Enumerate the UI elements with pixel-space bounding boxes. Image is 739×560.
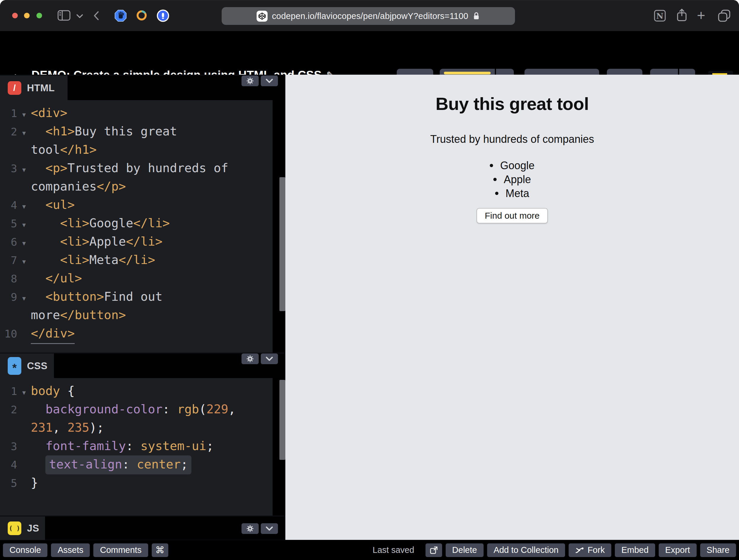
fold-arrow-icon[interactable]: ▾ xyxy=(17,383,31,402)
html-collapse-button[interactable] xyxy=(261,76,278,86)
list-item: Google xyxy=(285,158,739,172)
svg-text:N: N xyxy=(656,12,663,20)
delete-button[interactable]: Delete xyxy=(446,543,483,557)
js-collapse-button[interactable] xyxy=(261,523,278,534)
html-editor-scrollbar[interactable] xyxy=(279,177,285,311)
codepen-header: DEMO: Create a simple design using HTML … xyxy=(0,31,739,75)
lock-icon xyxy=(473,12,480,20)
fold-arrow-icon[interactable]: ▾ xyxy=(17,124,31,142)
js-panel-header: ( ) JS xyxy=(0,516,285,540)
preview-subheading: Trusted by hundreds of companies xyxy=(285,133,739,145)
traffic-light-minimize[interactable] xyxy=(24,13,30,18)
code-line: 10</div> xyxy=(0,324,273,342)
fold-arrow-icon[interactable]: ▾ xyxy=(17,161,31,179)
embed-button[interactable]: Embed xyxy=(615,543,655,557)
open-live-view-button[interactable] xyxy=(426,543,442,557)
code-line: 6▾ <li>Apple</li> xyxy=(0,232,273,251)
html-code-editor[interactable]: 1▾<div>2▾ <h1>Buy this greattool</h1>3▾ … xyxy=(0,100,273,353)
css-panel-label: CSS xyxy=(27,360,47,372)
comments-button[interactable]: Comments xyxy=(93,543,148,557)
code-line: 8 </ul> xyxy=(0,269,273,287)
js-settings-button[interactable] xyxy=(242,523,259,534)
code-line: 5▾ <li>Google</li> xyxy=(0,214,273,232)
code-line: 5} xyxy=(0,473,273,492)
fork-button[interactable]: Fork xyxy=(569,543,611,557)
preview-company-list: Google Apple Meta xyxy=(285,158,739,200)
traffic-light-close[interactable] xyxy=(12,13,18,18)
fork-icon xyxy=(575,546,584,554)
html-panel-icon: / xyxy=(8,81,21,95)
html-settings-button[interactable] xyxy=(242,76,259,86)
password-manager-extension-icon[interactable] xyxy=(156,9,169,22)
traffic-light-zoom[interactable] xyxy=(36,13,42,18)
code-line: tool</h1> xyxy=(0,140,273,159)
url-text: codepen.io/flaviocopes/pen/abjpowY?edito… xyxy=(272,11,468,21)
share-icon[interactable] xyxy=(676,8,688,22)
command-button[interactable]: ⌘ xyxy=(152,543,168,557)
site-favicon xyxy=(257,11,268,22)
tabs-overview-icon[interactable] xyxy=(718,9,731,22)
save-status: Last saved xyxy=(373,545,414,555)
content-blocker-extension-icon[interactable] xyxy=(114,9,127,22)
export-button[interactable]: Export xyxy=(659,543,697,557)
css-panel-header: * CSS xyxy=(0,353,285,378)
fold-arrow-icon[interactable]: ▾ xyxy=(17,216,31,234)
find-out-more-button[interactable]: Find out more xyxy=(476,208,548,224)
code-line: companies</p> xyxy=(0,177,273,195)
browser-toolbar: codepen.io/flaviocopes/pen/abjpowY?edito… xyxy=(0,0,739,31)
code-line: 231, 235); xyxy=(0,418,273,437)
result-preview: Buy this great tool Trusted by hundreds … xyxy=(285,75,739,540)
code-line: 2 background-color: rgb(229, xyxy=(0,400,273,418)
sidebar-icon[interactable] xyxy=(57,10,70,21)
code-line: 4 text-align: center; xyxy=(0,455,273,473)
html-panel-header: / HTML xyxy=(0,75,285,100)
code-line: 4▾ <ul> xyxy=(0,195,273,214)
editor-column: / HTML 1▾<div>2▾ <h1>Buy this greattool<… xyxy=(0,75,285,540)
list-item: Meta xyxy=(285,186,739,200)
new-tab-icon[interactable]: + xyxy=(697,8,705,22)
ring-extension-icon[interactable] xyxy=(136,10,147,21)
code-line: 9▾ <button>Find out xyxy=(0,287,273,306)
code-line: 7▾ <li>Meta</li> xyxy=(0,251,273,269)
fold-arrow-icon[interactable]: ▾ xyxy=(17,253,31,271)
url-bar[interactable]: codepen.io/flaviocopes/pen/abjpowY?edito… xyxy=(221,7,515,25)
assets-button[interactable]: Assets xyxy=(51,543,90,557)
preview-heading: Buy this great tool xyxy=(285,75,739,114)
console-button[interactable]: Console xyxy=(3,543,47,557)
fold-arrow-icon[interactable]: ▾ xyxy=(17,234,31,253)
code-line: 3 font-family: system-ui; xyxy=(0,437,273,455)
chevron-down-icon[interactable] xyxy=(77,14,83,18)
fold-arrow-icon[interactable]: ▾ xyxy=(17,289,31,307)
js-panel-label: JS xyxy=(27,523,39,534)
notion-extension-icon[interactable]: N xyxy=(654,9,666,22)
tab-js[interactable]: ( ) JS xyxy=(0,517,45,540)
tab-css[interactable]: * CSS xyxy=(0,354,54,378)
fold-arrow-icon[interactable]: ▾ xyxy=(17,106,31,124)
footer-bar: Console Assets Comments ⌘ Last saved Del… xyxy=(0,540,739,560)
css-collapse-button[interactable] xyxy=(261,354,278,364)
code-line: 1▾body { xyxy=(0,382,273,400)
external-link-icon xyxy=(430,546,438,554)
list-item: Apple xyxy=(285,172,739,186)
js-panel-icon: ( ) xyxy=(8,522,21,535)
code-line: 2▾ <h1>Buy this great xyxy=(0,122,273,140)
css-code-editor[interactable]: 1▾body {2 background-color: rgb(229,231,… xyxy=(0,378,273,516)
code-line: 3▾ <p>Trusted by hundreds of xyxy=(0,159,273,177)
share-button[interactable]: Share xyxy=(700,543,736,557)
css-settings-button[interactable] xyxy=(242,354,259,364)
browser-window: codepen.io/flaviocopes/pen/abjpowY?edito… xyxy=(0,0,739,560)
add-to-collection-button[interactable]: Add to Collection xyxy=(487,543,565,557)
fold-arrow-icon[interactable]: ▾ xyxy=(17,197,31,216)
css-editor-scrollbar[interactable] xyxy=(279,380,285,460)
back-icon[interactable] xyxy=(94,11,99,20)
code-line: more</button> xyxy=(0,306,273,324)
bullet-icon xyxy=(495,192,498,195)
tab-html[interactable]: / HTML xyxy=(0,76,67,100)
code-line: 1▾<div> xyxy=(0,104,273,122)
save-accent-bar xyxy=(444,72,491,75)
bullet-icon xyxy=(490,164,493,167)
bullet-icon xyxy=(493,178,496,181)
css-panel-icon: * xyxy=(8,357,21,375)
html-panel-label: HTML xyxy=(27,83,55,94)
